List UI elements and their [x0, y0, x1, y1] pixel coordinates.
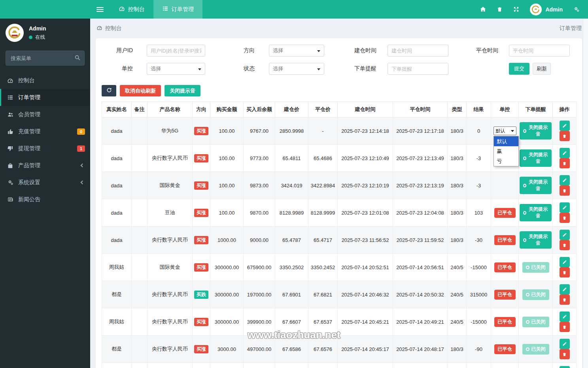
- row-control-select[interactable]: 默认: [493, 126, 516, 135]
- delete-button[interactable]: [560, 349, 570, 359]
- delete-button[interactable]: [560, 131, 570, 141]
- gears-icon[interactable]: [573, 6, 580, 13]
- sidebar-item-充值管理[interactable]: 充值管理0: [0, 123, 90, 140]
- mute-alert-button[interactable]: 关闭提示音: [164, 85, 200, 96]
- home-icon[interactable]: [480, 6, 486, 13]
- breadcrumb[interactable]: 控制台: [96, 25, 122, 32]
- cell-balance: 9870.00: [244, 199, 275, 226]
- tab-dashboard[interactable]: 控制台: [110, 0, 153, 19]
- dropdown-option[interactable]: 赢: [494, 146, 518, 156]
- edit-button[interactable]: [560, 148, 570, 158]
- refresh-button[interactable]: 刷新: [533, 63, 551, 75]
- sidebar-item-系统设置[interactable]: 系统设置: [0, 174, 90, 191]
- cell-result: -90: [467, 336, 491, 363]
- column-header: 备注: [132, 102, 147, 117]
- cell-operations: [553, 117, 577, 145]
- direction-select[interactable]: 选择: [269, 45, 324, 57]
- alert-closed-row-button[interactable]: 已关闭: [522, 262, 549, 273]
- edit-button[interactable]: [560, 311, 570, 322]
- navbar-user-menu[interactable]: Admin: [530, 4, 563, 15]
- closed-position-badge[interactable]: 已平仓: [494, 290, 516, 300]
- cell-result: 315000: [467, 281, 491, 308]
- delete-button[interactable]: [560, 213, 570, 223]
- alert-closed-row-button[interactable]: 已关闭: [522, 289, 549, 300]
- fullscreen-icon[interactable]: [513, 6, 520, 13]
- dropdown-option[interactable]: 亏: [494, 156, 518, 166]
- sidebar-item-订单管理[interactable]: 订单管理: [0, 89, 90, 106]
- closed-position-badge[interactable]: 已平仓: [494, 344, 516, 354]
- mute-alert-row-button[interactable]: 关闭提示音: [520, 204, 552, 221]
- edit-button[interactable]: [560, 284, 570, 294]
- cell-amount: 1000.00: [210, 226, 244, 254]
- refresh-table-button[interactable]: [102, 85, 116, 96]
- closed-position-badge[interactable]: 已平仓: [494, 262, 516, 272]
- closed-position-badge[interactable]: 已平仓: [494, 208, 516, 218]
- cell-operations: [553, 226, 577, 254]
- search-icon[interactable]: [74, 55, 81, 62]
- closed-position-badge[interactable]: 已平仓: [494, 235, 516, 245]
- table-row: dada央行数字人民币买涨1000.009000.0065.478765.471…: [102, 226, 577, 254]
- edit-button[interactable]: [560, 339, 570, 349]
- delete-button[interactable]: [560, 240, 570, 250]
- caret-down-icon: [317, 68, 320, 70]
- alert-closed-row-button[interactable]: 已关闭: [522, 317, 549, 327]
- delete-button[interactable]: [560, 158, 570, 168]
- column-header: 购买金额: [210, 102, 244, 117]
- sidebar-item-控制台[interactable]: 控制台: [0, 72, 90, 89]
- cell-remind: 关闭提示音: [519, 172, 553, 199]
- remind-input[interactable]: [388, 63, 448, 75]
- user-id-input[interactable]: [147, 45, 205, 57]
- trash-icon[interactable]: [497, 6, 503, 13]
- sidebar-item-产品管理[interactable]: 产品管理: [0, 157, 90, 174]
- cell-operations: [553, 172, 577, 199]
- cell-product: 国际黄金: [147, 172, 193, 199]
- edit-button[interactable]: [560, 257, 570, 267]
- cell-note: [132, 254, 147, 281]
- edit-button[interactable]: [560, 121, 570, 131]
- open-time-input[interactable]: [388, 45, 448, 57]
- table-row: 都是央行数字人民币买涨3000.00497000.0067.658667.657…: [102, 336, 577, 363]
- tab-order-management[interactable]: 订单管理: [153, 0, 202, 19]
- mute-alert-row-button[interactable]: 关闭提示音: [520, 231, 552, 249]
- cell-amount: 300000.00: [210, 254, 244, 281]
- users-icon: [7, 111, 18, 118]
- dropdown-option[interactable]: 默认: [494, 136, 518, 146]
- closed-position-badge[interactable]: 已平仓: [494, 317, 516, 327]
- sidebar-item-会员管理[interactable]: 会员管理: [0, 106, 90, 123]
- submit-button[interactable]: 提交: [509, 63, 529, 75]
- mute-alert-row-button[interactable]: 关闭提示音: [520, 177, 552, 194]
- cancel-auto-refresh-button[interactable]: 取消自动刷新: [120, 85, 161, 96]
- edit-button[interactable]: [560, 175, 570, 185]
- cell-note: [132, 363, 147, 368]
- edit-button[interactable]: [560, 366, 570, 368]
- page-scrollbar-track[interactable]: [583, 19, 588, 368]
- edit-button[interactable]: [560, 202, 570, 213]
- cell-real-name: 周我姑: [102, 254, 132, 281]
- control-filter-select[interactable]: 选择: [147, 63, 205, 75]
- delete-button[interactable]: [560, 294, 570, 305]
- cell-direction: 买涨: [193, 254, 210, 281]
- close-time-input[interactable]: [509, 45, 570, 57]
- power-circle-icon: [523, 184, 526, 187]
- dashboard-icon: [96, 25, 102, 32]
- cell-product: 央行数字人民币: [147, 226, 193, 254]
- cell-product: 央行数字人民币: [147, 308, 193, 336]
- cell-product: 国际黄金: [147, 254, 193, 281]
- power-circle-icon: [526, 266, 529, 269]
- cell-note: [132, 308, 147, 336]
- mute-alert-row-button[interactable]: 关闭提示音: [520, 149, 552, 167]
- edit-button[interactable]: [560, 230, 570, 240]
- delete-button[interactable]: [560, 267, 570, 277]
- table-row: 周我姑国际黄金买涨300000.00675900.003350.25023350…: [102, 254, 577, 281]
- column-header: 平仓价: [308, 102, 338, 117]
- cell-result: -3: [467, 145, 491, 172]
- delete-button[interactable]: [560, 185, 570, 196]
- status-select[interactable]: 选择: [269, 63, 324, 75]
- search-input[interactable]: [6, 51, 85, 66]
- alert-closed-row-button[interactable]: 已关闭: [522, 344, 549, 355]
- sidebar-item-提现管理[interactable]: 提现管理1: [0, 140, 90, 157]
- delete-button[interactable]: [560, 322, 570, 332]
- sidebar-toggle-button[interactable]: [90, 0, 110, 19]
- sidebar-item-新闻公告[interactable]: 新闻公告: [0, 191, 90, 208]
- mute-alert-row-button[interactable]: 关闭提示音: [520, 122, 552, 140]
